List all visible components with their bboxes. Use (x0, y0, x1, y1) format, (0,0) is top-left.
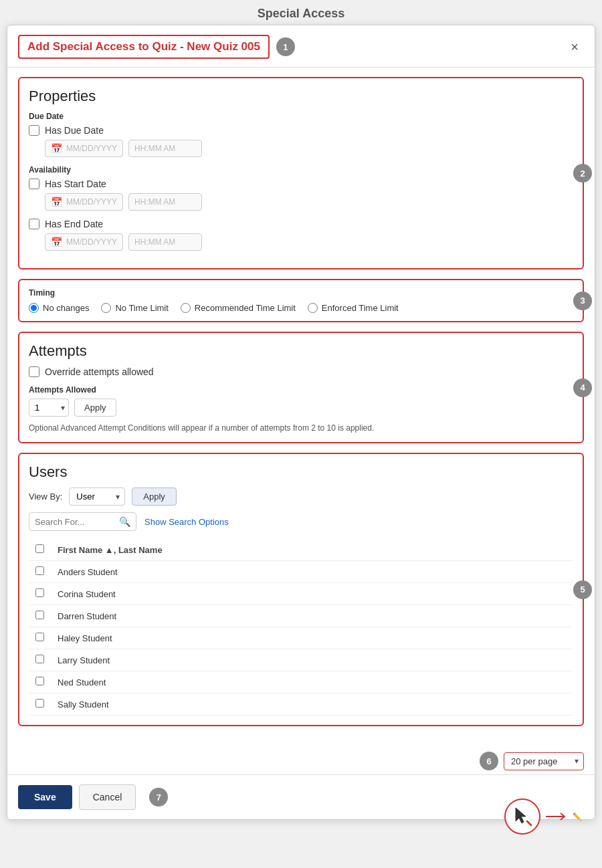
timing-enforced[interactable]: Enforced Time Limit (308, 303, 399, 313)
table-row: Darren Student (29, 605, 573, 627)
step-badge-3: 3 (573, 292, 592, 310)
cancel-button[interactable]: Cancel (79, 784, 136, 810)
availability-label: Availability (29, 165, 573, 175)
row-name-cell: Corina Student (51, 583, 573, 605)
row-name-cell: Ned Student (51, 671, 573, 693)
override-attempts-checkbox[interactable] (29, 366, 39, 377)
per-page-select[interactable]: 10 per page 20 per page 50 per page (504, 752, 584, 770)
end-date-inputs: 📅 MM/DD/YYYY HH:MM AM (45, 233, 573, 251)
row-checkbox[interactable] (35, 588, 44, 597)
modal-title-wrap: Add Special Access to Quiz - New Quiz 00… (18, 35, 295, 59)
svg-marker-0 (516, 808, 526, 823)
search-row: 🔍 Show Search Options (29, 512, 573, 531)
has-due-date-row: Has Due Date (29, 125, 573, 136)
row-checkbox[interactable] (35, 611, 44, 619)
select-all-header (29, 539, 51, 561)
due-date-date-input[interactable]: 📅 MM/DD/YYYY (45, 140, 123, 157)
step-badge-1: 1 (276, 37, 295, 56)
properties-section: 2 Properties Due Date Has Due Date 📅 MM/… (18, 77, 584, 269)
attempts-section: 4 Attempts Override attempts allowed Att… (18, 332, 584, 443)
view-by-select[interactable]: User Group Section (69, 487, 125, 506)
pagination-row: 6 10 per page 20 per page 50 per page (7, 745, 595, 774)
start-date-time-input[interactable]: HH:MM AM (128, 193, 202, 211)
page-background-title: Special Access (0, 0, 602, 25)
cursor-icon (512, 806, 532, 827)
table-row: Anders Student (29, 561, 573, 583)
timing-no-changes-label: No changes (43, 303, 89, 313)
due-date-time-input[interactable]: HH:MM AM (128, 140, 202, 157)
has-due-date-checkbox[interactable] (29, 125, 39, 136)
attempts-helper-text: Optional Advanced Attempt Conditions wil… (29, 423, 374, 433)
row-checkbox-cell (29, 627, 51, 649)
cursor-annotation: ✏️ (504, 798, 582, 835)
has-start-date-label: Has Start Date (45, 179, 106, 189)
users-apply-button[interactable]: Apply (132, 487, 177, 506)
step-badge-6: 6 (480, 752, 498, 770)
attempts-apply-button[interactable]: Apply (74, 399, 116, 417)
has-end-date-row: Has End Date (29, 219, 573, 229)
modal-container: Add Special Access to Quiz - New Quiz 00… (7, 25, 595, 820)
timing-no-time-limit[interactable]: No Time Limit (101, 303, 168, 313)
search-input[interactable] (35, 517, 115, 527)
show-search-options-link[interactable]: Show Search Options (144, 517, 229, 527)
timing-recommended-label: Recommended Time Limit (195, 303, 296, 313)
due-date-label: Due Date (29, 112, 573, 121)
step-badge-2: 2 (573, 164, 592, 183)
calendar-icon-2: 📅 (51, 197, 62, 207)
name-column-header[interactable]: First Name ▲, Last Name (51, 539, 573, 561)
has-start-date-row: Has Start Date (29, 179, 573, 189)
timing-enforced-label: Enforced Time Limit (322, 303, 399, 313)
row-name-cell: Sally Student (51, 693, 573, 716)
row-checkbox-cell (29, 649, 51, 671)
timing-recommended[interactable]: Recommended Time Limit (181, 303, 296, 313)
view-by-label: View By: (29, 492, 62, 502)
has-end-date-checkbox[interactable] (29, 219, 39, 229)
table-row: Ned Student (29, 671, 573, 693)
row-checkbox-cell (29, 693, 51, 716)
due-date-value: MM/DD/YYYY (66, 144, 117, 153)
row-checkbox[interactable] (35, 633, 44, 641)
timing-options: No changes No Time Limit Recommended Tim… (29, 303, 573, 313)
per-page-select-wrapper: 10 per page 20 per page 50 per page (504, 752, 584, 770)
users-table: First Name ▲, Last Name Anders Student C… (29, 539, 573, 716)
search-input-wrap[interactable]: 🔍 (29, 512, 136, 531)
step-badge-4: 4 (573, 378, 592, 397)
row-checkbox-cell (29, 561, 51, 583)
step-badge-5: 5 (573, 580, 592, 599)
attempts-title: Attempts (29, 342, 573, 360)
timing-no-time-limit-label: No Time Limit (115, 303, 168, 313)
override-attempts-label: Override attempts allowed (45, 366, 154, 377)
row-name-cell: Darren Student (51, 605, 573, 627)
modal-title: Add Special Access to Quiz - New Quiz 00… (18, 35, 270, 59)
view-by-select-wrapper: User Group Section (69, 487, 125, 506)
has-due-date-label: Has Due Date (45, 125, 104, 136)
modal-header: Add Special Access to Quiz - New Quiz 00… (7, 25, 595, 68)
row-checkbox[interactable] (35, 677, 44, 685)
calendar-icon: 📅 (51, 143, 62, 154)
search-icon: 🔍 (119, 516, 130, 527)
start-time-value: HH:MM AM (134, 197, 175, 207)
row-checkbox[interactable] (35, 655, 44, 663)
row-checkbox-cell (29, 583, 51, 605)
row-checkbox[interactable] (35, 699, 44, 708)
cursor-circle (504, 798, 540, 835)
table-row: Haley Student (29, 627, 573, 649)
save-button[interactable]: Save (18, 785, 72, 809)
arrow-icon (546, 812, 567, 821)
first-name-sort-label: First Name ▲, Last Name (58, 545, 163, 555)
start-date-inputs: 📅 MM/DD/YYYY HH:MM AM (45, 193, 573, 211)
row-name-cell: Larry Student (51, 649, 573, 671)
table-row: Larry Student (29, 649, 573, 671)
end-date-date-input[interactable]: 📅 MM/DD/YYYY (45, 233, 123, 251)
row-name-cell: Anders Student (51, 561, 573, 583)
step-badge-7: 7 (149, 788, 168, 806)
attempts-select[interactable]: 1 2 3 (29, 399, 69, 417)
timing-no-changes[interactable]: No changes (29, 303, 89, 313)
close-button[interactable]: × (565, 37, 584, 58)
start-date-date-input[interactable]: 📅 MM/DD/YYYY (45, 193, 123, 211)
end-date-time-input[interactable]: HH:MM AM (128, 233, 202, 251)
has-start-date-checkbox[interactable] (29, 179, 39, 189)
select-all-checkbox[interactable] (35, 544, 44, 553)
row-checkbox[interactable] (35, 566, 44, 575)
attempts-allowed-label: Attempts Allowed (29, 385, 573, 395)
